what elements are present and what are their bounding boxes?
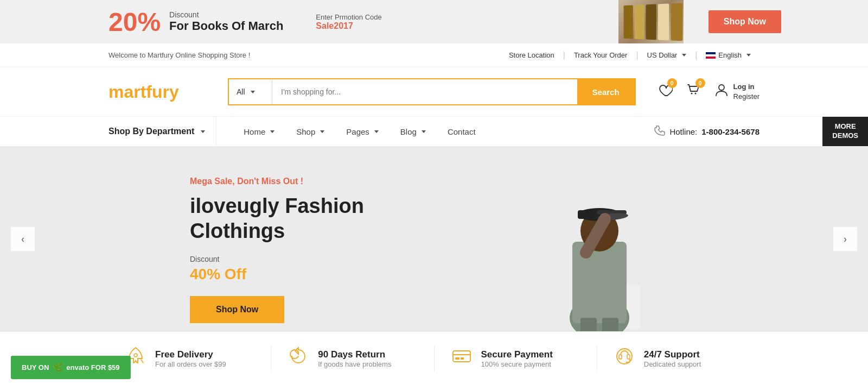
nav-home[interactable]: Home xyxy=(233,116,285,147)
currency-selector[interactable]: US Dollar xyxy=(639,51,695,59)
more-demos-button[interactable]: MOREDEMOS xyxy=(822,117,868,146)
card-icon xyxy=(451,345,473,372)
search-input[interactable] xyxy=(272,79,577,104)
buy-text: BUY ON xyxy=(22,363,49,372)
header: martfury All Search 0 xyxy=(0,67,868,116)
cart-badge: 0 xyxy=(695,78,705,88)
logo[interactable]: martfury xyxy=(108,82,206,102)
cart-icon-wrapper: 0 xyxy=(686,83,701,101)
search-button[interactable]: Search xyxy=(577,79,635,104)
support-title: 24/7 Support xyxy=(644,349,701,360)
welcome-text: Welcome to Martfury Online Shopping Stor… xyxy=(108,51,250,59)
hotline-label: Hotline: xyxy=(669,127,697,136)
nav-links: Home Shop Pages Blog Contact xyxy=(233,116,654,147)
svg-rect-13 xyxy=(602,318,618,331)
utility-right: Store Location | Track Your Order | US D… xyxy=(500,51,760,60)
login-label: Log in xyxy=(733,82,760,92)
envato-leaf-icon: 🌿 xyxy=(52,362,63,373)
category-chevron-icon xyxy=(251,91,255,93)
nav-contact[interactable]: Contact xyxy=(437,116,487,147)
svg-rect-23 xyxy=(627,355,630,359)
top-banner: 20% Discount For Books Of March Enter Pr… xyxy=(0,0,868,43)
book-stack xyxy=(624,3,683,41)
payment-text: Secure Payment 100% secure payment xyxy=(481,349,553,368)
banner-promo-block: Enter Prmotion Code Sale2017 xyxy=(316,13,381,31)
shop-by-department-button[interactable]: Shop By Department xyxy=(108,117,216,146)
nav-blog[interactable]: Blog xyxy=(390,116,437,147)
pages-chevron-icon xyxy=(374,130,379,133)
refresh-icon xyxy=(288,345,309,372)
nav-bar: Shop By Department Home Shop Pages Blog … xyxy=(0,116,868,147)
svg-point-24 xyxy=(626,362,627,363)
more-demos-label: MOREDEMOS xyxy=(832,122,858,141)
support-icon xyxy=(614,345,635,372)
wishlist-icon-wrapper: 0 xyxy=(658,83,673,101)
promo-code: Sale2017 xyxy=(316,21,381,31)
hero-slider: ‹ Mega Sale, Don't Miss Out ! iloveugly … xyxy=(0,147,868,331)
hotline: Hotline: 1-800-234-5678 xyxy=(654,125,760,139)
search-bar: All Search xyxy=(228,78,636,105)
return-sub: If goods have problems xyxy=(318,360,391,368)
dept-chevron-icon xyxy=(201,130,205,133)
book-3 xyxy=(646,4,656,40)
search-category-dropdown[interactable]: All xyxy=(229,79,272,104)
shop-dept-label: Shop By Department xyxy=(108,127,194,136)
banner-text-block: Discount For Books Of March xyxy=(169,10,283,33)
track-order-link[interactable]: Track Your Order xyxy=(565,51,636,59)
discount-label: Discount xyxy=(169,10,283,19)
banner-shop-now-button[interactable]: Shop Now xyxy=(709,10,781,33)
currency-label: US Dollar xyxy=(647,51,678,59)
envato-label: envato FOR $59 xyxy=(66,363,119,372)
nav-pages[interactable]: Pages xyxy=(335,116,390,147)
hero-image xyxy=(483,155,711,331)
slider-next-button[interactable]: › xyxy=(833,227,857,251)
register-label: Register xyxy=(733,92,760,102)
utility-bar: Welcome to Martfury Online Shopping Stor… xyxy=(0,43,868,67)
feature-secure-payment: Secure Payment 100% secure payment xyxy=(434,345,597,372)
hero-person-svg xyxy=(510,166,684,331)
banner-book-image xyxy=(618,0,684,43)
shop-chevron-icon xyxy=(320,130,324,133)
currency-chevron-icon xyxy=(682,54,686,56)
banner-discount-block: 20% Discount For Books Of March xyxy=(108,7,283,37)
user-action[interactable]: Log in Register xyxy=(714,82,760,102)
free-delivery-text: Free Delivery For all orders over $99 xyxy=(155,349,226,368)
user-icon-wrapper xyxy=(714,83,729,101)
search-category-label: All xyxy=(237,87,245,96)
header-actions: 0 0 Log in Re xyxy=(658,82,760,102)
svg-point-0 xyxy=(691,93,692,95)
wishlist-action[interactable]: 0 xyxy=(658,83,673,101)
hero-content: Mega Sale, Don't Miss Out ! iloveugly Fa… xyxy=(190,155,678,323)
logo-orange: fury xyxy=(146,82,178,102)
language-selector[interactable]: English xyxy=(697,51,760,59)
hotline-number: 1-800-234-5678 xyxy=(701,127,760,136)
discount-percent: 20% xyxy=(108,7,161,37)
language-label: English xyxy=(718,51,742,59)
hero-shop-now-button[interactable]: Shop Now xyxy=(190,296,284,323)
svg-point-1 xyxy=(694,93,696,95)
logo-black: mart xyxy=(108,82,146,102)
discount-title: For Books Of March xyxy=(169,19,283,33)
svg-rect-12 xyxy=(580,318,597,331)
nav-shop[interactable]: Shop xyxy=(285,116,335,147)
feature-support: 24/7 Support Dedicated support xyxy=(597,345,760,372)
return-text: 90 Days Return If goods have problems xyxy=(318,349,391,368)
free-delivery-sub: For all orders over $99 xyxy=(155,360,226,368)
svg-point-2 xyxy=(719,85,724,90)
language-chevron-icon xyxy=(746,54,751,56)
feature-90-days-return: 90 Days Return If goods have problems xyxy=(271,345,433,372)
blog-chevron-icon xyxy=(422,130,426,133)
promo-label: Enter Prmotion Code xyxy=(316,13,381,21)
book-2 xyxy=(634,4,644,39)
envato-buy-button[interactable]: BUY ON 🌿 envato FOR $59 xyxy=(11,356,131,379)
store-location-link[interactable]: Store Location xyxy=(500,51,563,59)
slider-prev-button[interactable]: ‹ xyxy=(11,227,35,251)
flag-icon xyxy=(706,52,716,59)
cart-action[interactable]: 0 xyxy=(686,83,701,101)
user-text: Log in Register xyxy=(733,82,760,102)
free-delivery-title: Free Delivery xyxy=(155,349,226,360)
wishlist-badge: 0 xyxy=(667,78,677,88)
svg-rect-17 xyxy=(453,351,470,362)
svg-rect-19 xyxy=(455,357,459,360)
book-4 xyxy=(658,3,669,40)
